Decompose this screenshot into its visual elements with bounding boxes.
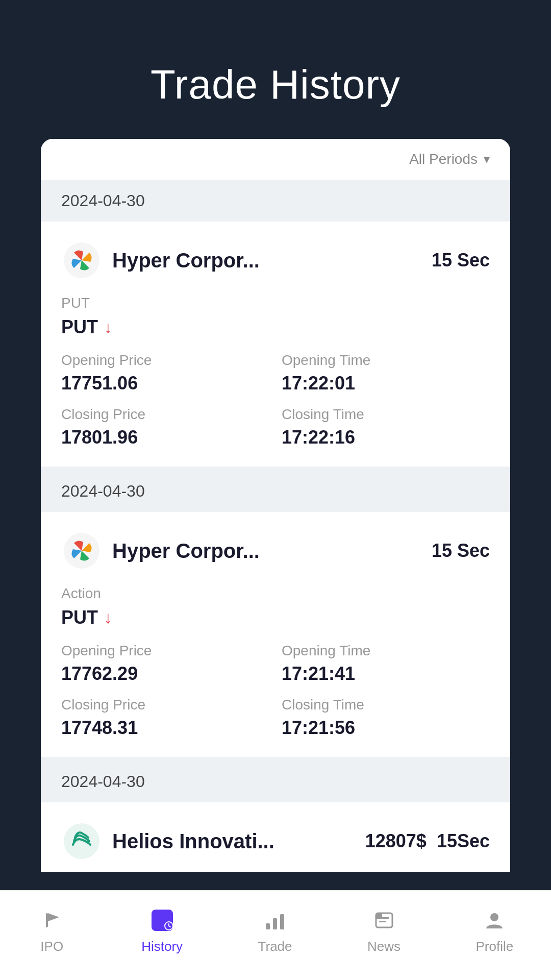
date-label-1: 2024-04-30 — [61, 191, 145, 210]
closing-time-value-2: 17:21:56 — [282, 717, 490, 739]
opening-time-value-2: 17:21:41 — [282, 663, 490, 684]
price-grid-1: Opening Price 17751.06 Opening Time 17:2… — [61, 352, 490, 448]
svg-rect-6 — [156, 919, 166, 921]
closing-price-label-2: Closing Price — [61, 697, 269, 713]
duration-2: 15 Sec — [432, 540, 490, 561]
page-title: Trade History — [0, 0, 551, 139]
svg-rect-14 — [379, 921, 386, 922]
opening-price-section-2: Opening Price 17762.29 — [61, 643, 269, 684]
opening-price-label-2: Opening Price — [61, 643, 269, 659]
opening-time-section-1: Opening Time 17:22:01 — [282, 352, 490, 394]
action-value-2: PUT ↓ — [61, 607, 490, 628]
nav-label-profile: Profile — [476, 939, 514, 954]
company-logo-3 — [61, 821, 102, 862]
price-badge-3: 12807$ — [365, 830, 427, 852]
opening-time-section-2: Opening Time 17:21:41 — [282, 643, 490, 684]
duration-3: 15Sec — [437, 830, 490, 852]
opening-time-label-2: Opening Time — [282, 643, 490, 659]
nav-label-ipo: IPO — [40, 939, 63, 954]
svg-rect-5 — [156, 915, 169, 917]
closing-price-section-2: Closing Price 17748.31 — [61, 697, 269, 739]
opening-price-value-2: 17762.29 — [61, 663, 269, 684]
opening-price-label-1: Opening Price — [61, 352, 269, 369]
news-icon — [370, 906, 398, 935]
closing-price-value-2: 17748.31 — [61, 717, 269, 739]
filter-bar[interactable]: All Periods ▾ — [41, 139, 510, 180]
closing-time-label-2: Closing Time — [282, 697, 490, 713]
action-value-1: PUT ↓ — [61, 316, 490, 338]
closing-time-section-2: Closing Time 17:21:56 — [282, 697, 490, 739]
nav-item-ipo[interactable]: IPO — [28, 901, 77, 960]
flag-icon — [38, 906, 66, 935]
svg-rect-15 — [376, 913, 382, 919]
trade-card-1: Hyper Corpor... 15 Sec PUT PUT ↓ Opening… — [41, 222, 510, 471]
date-section-3: 2024-04-30 — [41, 761, 510, 802]
closing-time-section-1: Closing Time 17:22:16 — [282, 406, 490, 448]
closing-price-value-1: 17801.96 — [61, 427, 269, 448]
history-icon — [148, 906, 177, 935]
trade-icon — [261, 906, 289, 935]
nav-label-news: News — [367, 939, 400, 954]
svg-rect-3 — [46, 913, 48, 927]
card-header-2: Hyper Corpor... 15 Sec — [61, 530, 490, 571]
closing-time-value-1: 17:22:16 — [282, 427, 490, 448]
opening-time-value-1: 17:22:01 — [282, 373, 490, 394]
svg-point-2 — [64, 823, 99, 859]
trade-card-2: Hyper Corpor... 15 Sec Action PUT ↓ Open… — [41, 512, 510, 761]
company-logo-1 — [61, 240, 102, 281]
action-label-1: PUT — [61, 295, 490, 311]
trade-card-3-partial: Helios Innovati... 12807$ 15Sec — [41, 802, 510, 862]
chevron-down-icon: ▾ — [484, 152, 490, 166]
opening-price-section-1: Opening Price 17751.06 — [61, 352, 269, 394]
closing-price-label-1: Closing Price — [61, 406, 269, 423]
company-logo-2 — [61, 530, 102, 571]
action-label-2: Action — [61, 585, 490, 602]
svg-rect-9 — [266, 923, 270, 929]
svg-rect-10 — [273, 918, 277, 929]
down-arrow-icon-2: ↓ — [104, 608, 112, 627]
opening-price-value-1: 17751.06 — [61, 373, 269, 394]
nav-item-trade[interactable]: Trade — [248, 901, 303, 960]
company-name-2: Hyper Corpor... — [112, 540, 260, 562]
filter-label: All Periods — [409, 151, 478, 167]
closing-price-section-1: Closing Price 17801.96 — [61, 406, 269, 448]
duration-1: 15 Sec — [432, 250, 490, 271]
svg-point-16 — [490, 913, 498, 921]
date-section-2: 2024-04-30 — [41, 471, 510, 512]
nav-item-news[interactable]: News — [357, 901, 411, 960]
svg-rect-7 — [156, 923, 164, 925]
card-header-3: Helios Innovati... 12807$ 15Sec — [61, 821, 490, 862]
company-name-1: Hyper Corpor... — [112, 249, 260, 272]
closing-time-label-1: Closing Time — [282, 406, 490, 423]
nav-item-history[interactable]: History — [131, 901, 193, 960]
nav-label-history: History — [141, 939, 183, 954]
date-label-2: 2024-04-30 — [61, 482, 145, 500]
card-header-1: Hyper Corpor... 15 Sec — [61, 240, 490, 281]
opening-time-label-1: Opening Time — [282, 352, 490, 369]
bottom-nav: IPO History Trade — [0, 890, 551, 980]
nav-item-profile[interactable]: Profile — [466, 901, 524, 960]
down-arrow-icon-1: ↓ — [104, 318, 112, 337]
profile-icon — [480, 906, 509, 935]
price-grid-2: Opening Price 17762.29 Opening Time 17:2… — [61, 643, 490, 739]
nav-label-trade: Trade — [258, 939, 292, 954]
svg-rect-11 — [280, 914, 284, 929]
date-section-1: 2024-04-30 — [41, 180, 510, 222]
company-name-3: Helios Innovati... — [112, 830, 274, 853]
date-label-3: 2024-04-30 — [61, 772, 145, 791]
content-container: All Periods ▾ 2024-04-30 Hyper Corpor. — [41, 139, 510, 872]
